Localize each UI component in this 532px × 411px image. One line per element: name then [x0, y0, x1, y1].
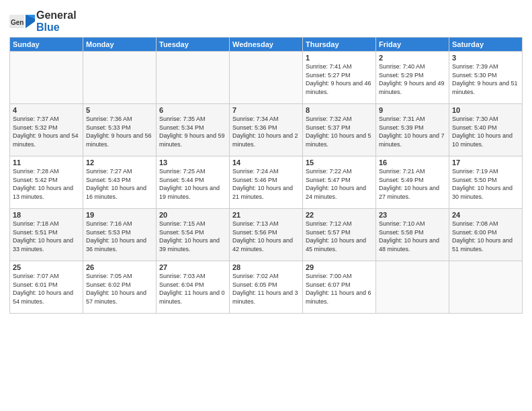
cell-info: Sunrise: 7:08 AMSunset: 6:00 PMDaylight:…: [452, 220, 519, 253]
calendar-cell: 8Sunrise: 7:32 AMSunset: 5:37 PMDaylight…: [303, 104, 376, 156]
cell-info: Sunrise: 7:34 AMSunset: 5:36 PMDaylight:…: [232, 115, 300, 148]
weekday-header-friday: Friday: [376, 38, 449, 52]
cell-info: Sunrise: 7:28 AMSunset: 5:42 PMDaylight:…: [13, 167, 80, 201]
calendar-cell: 24Sunrise: 7:08 AMSunset: 6:00 PMDayligh…: [449, 209, 523, 261]
cell-info: Sunrise: 7:21 AMSunset: 5:49 PMDaylight:…: [379, 167, 446, 201]
day-number: 19: [86, 211, 153, 219]
logo-icon: Gen: [9, 12, 35, 31]
calendar-cell: [157, 52, 230, 104]
weekday-header-tuesday: Tuesday: [157, 38, 230, 52]
svg-text:Gen: Gen: [11, 19, 24, 26]
cell-info: Sunrise: 7:15 AMSunset: 5:54 PMDaylight:…: [159, 220, 226, 253]
cell-info: Sunrise: 7:31 AMSunset: 5:39 PMDaylight:…: [379, 115, 446, 148]
cell-info: Sunrise: 7:27 AMSunset: 5:43 PMDaylight:…: [86, 167, 153, 201]
cell-info: Sunrise: 7:16 AMSunset: 5:53 PMDaylight:…: [86, 220, 153, 253]
header: Gen General Blue: [9, 7, 523, 33]
calendar-cell: [83, 52, 157, 104]
cell-info: Sunrise: 7:02 AMSunset: 6:05 PMDaylight:…: [232, 272, 300, 306]
calendar-cell: 10Sunrise: 7:30 AMSunset: 5:40 PMDayligh…: [449, 104, 523, 156]
cell-info: Sunrise: 7:12 AMSunset: 5:57 PMDaylight:…: [306, 220, 373, 253]
cell-info: Sunrise: 7:18 AMSunset: 5:51 PMDaylight:…: [13, 220, 80, 253]
day-number: 25: [13, 263, 80, 271]
calendar-cell: 3Sunrise: 7:39 AMSunset: 5:30 PMDaylight…: [449, 52, 523, 104]
calendar-cell: 18Sunrise: 7:18 AMSunset: 5:51 PMDayligh…: [10, 209, 83, 261]
week-row-2: 4Sunrise: 7:37 AMSunset: 5:32 PMDaylight…: [10, 104, 523, 156]
day-number: 12: [86, 158, 153, 167]
cell-info: Sunrise: 7:41 AMSunset: 5:27 PMDaylight:…: [306, 62, 373, 96]
calendar-cell: 6Sunrise: 7:35 AMSunset: 5:34 PMDaylight…: [157, 104, 230, 156]
cell-info: Sunrise: 7:22 AMSunset: 5:47 PMDaylight:…: [306, 167, 373, 201]
calendar-cell: 12Sunrise: 7:27 AMSunset: 5:43 PMDayligh…: [83, 156, 157, 209]
day-number: 3: [452, 54, 519, 62]
cell-info: Sunrise: 7:40 AMSunset: 5:29 PMDaylight:…: [379, 62, 446, 96]
day-number: 28: [232, 263, 300, 271]
calendar-cell: 28Sunrise: 7:02 AMSunset: 6:05 PMDayligh…: [230, 261, 303, 314]
calendar-cell: [10, 52, 83, 104]
calendar-cell: 29Sunrise: 7:00 AMSunset: 6:07 PMDayligh…: [303, 261, 376, 314]
calendar-cell: 5Sunrise: 7:36 AMSunset: 5:33 PMDaylight…: [83, 104, 157, 156]
calendar-cell: 13Sunrise: 7:25 AMSunset: 5:44 PMDayligh…: [157, 156, 230, 209]
cell-info: Sunrise: 7:00 AMSunset: 6:07 PMDaylight:…: [306, 272, 373, 306]
calendar-cell: 16Sunrise: 7:21 AMSunset: 5:49 PMDayligh…: [376, 156, 449, 209]
calendar-cell: 1Sunrise: 7:41 AMSunset: 5:27 PMDaylight…: [303, 52, 376, 104]
day-number: 27: [159, 263, 226, 271]
day-number: 17: [452, 158, 519, 167]
cell-info: Sunrise: 7:07 AMSunset: 6:01 PMDaylight:…: [13, 272, 80, 306]
calendar-cell: 25Sunrise: 7:07 AMSunset: 6:01 PMDayligh…: [10, 261, 83, 314]
cell-info: Sunrise: 7:36 AMSunset: 5:33 PMDaylight:…: [86, 115, 153, 148]
day-number: 13: [159, 158, 226, 167]
week-row-3: 11Sunrise: 7:28 AMSunset: 5:42 PMDayligh…: [10, 156, 523, 209]
day-number: 15: [306, 158, 373, 167]
cell-info: Sunrise: 7:35 AMSunset: 5:34 PMDaylight:…: [159, 115, 226, 148]
calendar-cell: 23Sunrise: 7:10 AMSunset: 5:58 PMDayligh…: [376, 209, 449, 261]
calendar-cell: [376, 261, 449, 314]
weekday-header-saturday: Saturday: [449, 38, 523, 52]
cell-info: Sunrise: 7:19 AMSunset: 5:50 PMDaylight:…: [452, 167, 519, 201]
calendar-cell: 14Sunrise: 7:24 AMSunset: 5:46 PMDayligh…: [230, 156, 303, 209]
day-number: 29: [306, 263, 373, 271]
cell-info: Sunrise: 7:32 AMSunset: 5:37 PMDaylight:…: [306, 115, 373, 148]
day-number: 20: [159, 211, 226, 219]
day-number: 21: [232, 211, 300, 219]
calendar-cell: 15Sunrise: 7:22 AMSunset: 5:47 PMDayligh…: [303, 156, 376, 209]
day-number: 14: [232, 158, 300, 167]
cell-info: Sunrise: 7:30 AMSunset: 5:40 PMDaylight:…: [452, 115, 519, 148]
cell-info: Sunrise: 7:03 AMSunset: 6:04 PMDaylight:…: [159, 272, 226, 306]
cell-info: Sunrise: 7:13 AMSunset: 5:56 PMDaylight:…: [232, 220, 300, 253]
week-row-5: 25Sunrise: 7:07 AMSunset: 6:01 PMDayligh…: [10, 261, 523, 314]
calendar-cell: 19Sunrise: 7:16 AMSunset: 5:53 PMDayligh…: [83, 209, 157, 261]
day-number: 5: [86, 106, 153, 114]
page-container: Gen General Blue SundayMondayTuesdayWedn…: [0, 0, 532, 318]
day-number: 18: [13, 211, 80, 219]
calendar-cell: 7Sunrise: 7:34 AMSunset: 5:36 PMDaylight…: [230, 104, 303, 156]
weekday-header-wednesday: Wednesday: [230, 38, 303, 52]
day-number: 2: [379, 54, 446, 62]
day-number: 24: [452, 211, 519, 219]
calendar-table: SundayMondayTuesdayWednesdayThursdayFrid…: [9, 37, 523, 314]
calendar-cell: 4Sunrise: 7:37 AMSunset: 5:32 PMDaylight…: [10, 104, 83, 156]
cell-info: Sunrise: 7:24 AMSunset: 5:46 PMDaylight:…: [232, 167, 300, 201]
week-row-1: 1Sunrise: 7:41 AMSunset: 5:27 PMDaylight…: [10, 52, 523, 104]
calendar-cell: 22Sunrise: 7:12 AMSunset: 5:57 PMDayligh…: [303, 209, 376, 261]
calendar-cell: 17Sunrise: 7:19 AMSunset: 5:50 PMDayligh…: [449, 156, 523, 209]
weekday-header-sunday: Sunday: [10, 38, 83, 52]
calendar-cell: 20Sunrise: 7:15 AMSunset: 5:54 PMDayligh…: [157, 209, 230, 261]
day-number: 22: [306, 211, 373, 219]
weekday-header-row: SundayMondayTuesdayWednesdayThursdayFrid…: [10, 38, 523, 52]
calendar-cell: 26Sunrise: 7:05 AMSunset: 6:02 PMDayligh…: [83, 261, 157, 314]
day-number: 7: [232, 106, 300, 114]
cell-info: Sunrise: 7:10 AMSunset: 5:58 PMDaylight:…: [379, 220, 446, 253]
day-number: 23: [379, 211, 446, 219]
day-number: 11: [13, 158, 80, 167]
calendar-cell: 9Sunrise: 7:31 AMSunset: 5:39 PMDaylight…: [376, 104, 449, 156]
cell-info: Sunrise: 7:05 AMSunset: 6:02 PMDaylight:…: [86, 272, 153, 306]
logo: Gen General Blue: [9, 9, 77, 33]
logo-text: General Blue: [36, 9, 77, 33]
day-number: 8: [306, 106, 373, 114]
day-number: 1: [306, 54, 373, 62]
week-row-4: 18Sunrise: 7:18 AMSunset: 5:51 PMDayligh…: [10, 209, 523, 261]
cell-info: Sunrise: 7:39 AMSunset: 5:30 PMDaylight:…: [452, 62, 519, 96]
weekday-header-monday: Monday: [83, 38, 157, 52]
day-number: 9: [379, 106, 446, 114]
cell-info: Sunrise: 7:37 AMSunset: 5:32 PMDaylight:…: [13, 115, 80, 148]
